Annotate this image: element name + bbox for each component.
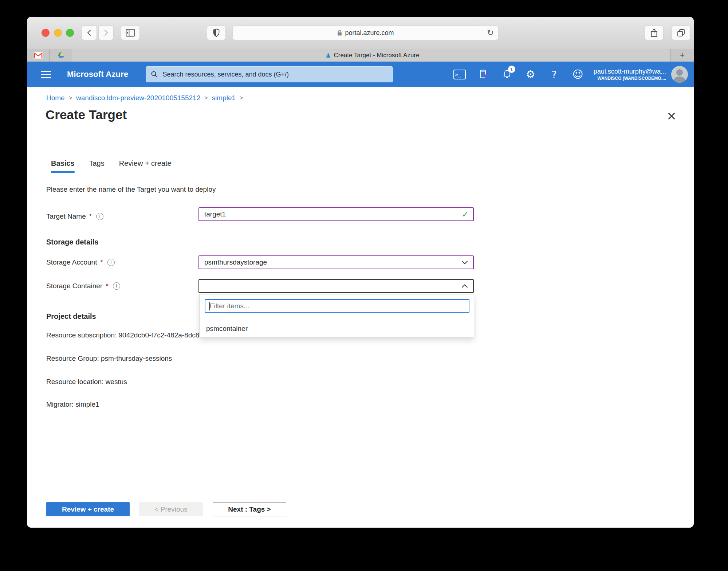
filter-input-wrap xyxy=(205,299,469,313)
browser-window: portal.azure.com ↻ xyxy=(27,17,694,528)
breadcrumb-separator: > xyxy=(65,95,76,101)
account-info[interactable]: paul.scott-murphy@wa... WANDISCO (WANDIS… xyxy=(594,67,666,81)
info-icon[interactable]: i xyxy=(113,282,120,290)
dropdown-option-psmcontainer[interactable]: psmcontainer xyxy=(205,323,249,334)
new-tab-button[interactable]: + xyxy=(670,49,694,62)
filter-items-input[interactable] xyxy=(209,302,465,310)
sidebar-icon xyxy=(126,29,135,37)
breadcrumb-separator: > xyxy=(200,95,212,101)
next-tags-button[interactable]: Next : Tags > xyxy=(213,502,286,516)
gmail-icon xyxy=(34,52,43,59)
azure-top-nav: Microsoft Azure >_ xyxy=(27,62,694,87)
back-button[interactable] xyxy=(82,26,97,40)
page-title: Create Target xyxy=(46,107,127,122)
privacy-report-button[interactable] xyxy=(207,26,226,40)
help-icon: ? xyxy=(551,70,556,79)
active-browser-tab[interactable]: Create Target - Microsoft Azure xyxy=(72,49,670,62)
window-zoom-button[interactable] xyxy=(66,29,74,37)
text-caret xyxy=(209,302,210,310)
required-asterisk: * xyxy=(89,212,92,220)
storage-account-value: psmthursdaystorage xyxy=(204,258,267,266)
user-tenant: WANDISCO (WANDISCODEMO.... xyxy=(594,76,666,81)
breadcrumb-home-link[interactable]: Home xyxy=(46,94,65,102)
tab-bar: Create Target - Microsoft Azure + xyxy=(27,49,694,62)
help-button[interactable]: ? xyxy=(548,68,560,81)
avatar-head xyxy=(676,69,683,76)
search-input[interactable] xyxy=(162,70,388,79)
info-icon[interactable]: i xyxy=(107,259,115,266)
info-icon[interactable]: i xyxy=(96,213,103,220)
forward-button[interactable] xyxy=(98,26,114,40)
intro-text: Please enter the name of the Target you … xyxy=(46,185,216,193)
settings-button[interactable]: ⚙ xyxy=(524,68,537,81)
valid-check-icon: ✓ xyxy=(462,210,469,219)
required-asterisk: * xyxy=(100,258,103,266)
plus-icon: + xyxy=(680,51,685,60)
address-bar[interactable]: portal.azure.com ↻ xyxy=(232,26,499,40)
url-text: portal.azure.com xyxy=(345,29,394,37)
forward-chevron-icon xyxy=(103,29,109,36)
target-name-label: Target Name* i xyxy=(46,210,103,223)
directory-filter-icon xyxy=(478,69,488,79)
cloud-shell-button[interactable]: >_ xyxy=(453,68,466,81)
project-details-heading: Project details xyxy=(46,312,96,321)
tab-overview-button[interactable] xyxy=(672,26,690,40)
storage-container-dropdown: psmcontainer xyxy=(199,294,474,337)
storage-container-label: Storage Container* i xyxy=(46,279,120,293)
cloud-shell-icon: >_ xyxy=(453,70,466,79)
window-minimize-button[interactable] xyxy=(54,29,62,37)
tab-title: Create Target - Microsoft Azure xyxy=(334,52,420,59)
target-name-input-wrap: ✓ xyxy=(198,207,474,221)
close-icon: × xyxy=(667,109,676,124)
gear-icon: ⚙ xyxy=(526,69,535,80)
tab-basics[interactable]: Basics xyxy=(51,159,75,173)
reload-icon[interactable]: ↻ xyxy=(487,28,494,38)
breadcrumb-migrator-resource-link[interactable]: wandisco.ldm-preview-20201005155212 xyxy=(76,94,200,102)
shield-icon xyxy=(213,28,220,37)
feedback-button[interactable]: ☺ xyxy=(572,68,584,81)
avatar[interactable] xyxy=(671,66,688,83)
share-button[interactable] xyxy=(645,26,664,40)
pinned-tab-google-drive[interactable] xyxy=(50,49,72,62)
google-drive-icon xyxy=(56,51,65,59)
azure-favicon xyxy=(323,52,331,59)
resource-group-line: Resource Group: psm-thursday-sessions xyxy=(46,354,172,363)
avatar-body xyxy=(674,77,685,83)
storage-container-select[interactable] xyxy=(198,279,474,293)
notifications-button[interactable]: 1 xyxy=(501,68,513,81)
window-close-button[interactable] xyxy=(42,29,50,37)
back-chevron-icon xyxy=(86,29,93,36)
resource-location-line: Resource location: westus xyxy=(46,377,127,387)
global-search[interactable] xyxy=(146,66,393,82)
breadcrumb-simple1-link[interactable]: simple1 xyxy=(212,94,236,102)
wizard-tabs: Basics Tags Review + create xyxy=(51,159,172,173)
storage-account-label: Storage Account* i xyxy=(46,255,115,269)
close-blade-button[interactable]: × xyxy=(664,108,680,124)
sidebar-toggle-button[interactable] xyxy=(121,26,140,40)
tls-lock-icon xyxy=(337,30,342,36)
tab-review-create[interactable]: Review + create xyxy=(119,159,172,173)
pinned-tab-gmail[interactable] xyxy=(27,49,50,62)
review-create-button[interactable]: Review + create xyxy=(46,502,130,516)
breadcrumb-separator: > xyxy=(236,95,247,101)
previous-button[interactable]: < Previous xyxy=(139,502,203,516)
chevron-down-icon xyxy=(461,261,468,265)
nav-icon-group: >_ 1 ⚙ ? xyxy=(453,68,584,81)
tab-tags[interactable]: Tags xyxy=(89,159,105,173)
share-icon xyxy=(650,28,658,38)
breadcrumb: Home > wandisco.ldm-preview-202010051552… xyxy=(46,93,247,103)
tabs-overview-icon xyxy=(677,28,685,37)
chevron-up-icon xyxy=(461,284,468,288)
user-email: paul.scott-murphy@wa... xyxy=(594,67,666,76)
search-icon xyxy=(151,71,158,78)
hamburger-menu-icon[interactable] xyxy=(41,71,51,78)
directory-filter-button[interactable] xyxy=(477,68,489,81)
migrator-line: Migrator: simple1 xyxy=(46,400,99,409)
azure-brand[interactable]: Microsoft Azure xyxy=(67,70,128,79)
notification-badge: 1 xyxy=(508,66,515,73)
create-target-blade: Home > wandisco.ldm-preview-202010051552… xyxy=(27,87,694,528)
storage-account-select[interactable]: psmthursdaystorage xyxy=(198,255,474,269)
required-asterisk: * xyxy=(106,282,108,290)
storage-details-heading: Storage details xyxy=(46,238,98,246)
target-name-input[interactable] xyxy=(204,210,462,219)
